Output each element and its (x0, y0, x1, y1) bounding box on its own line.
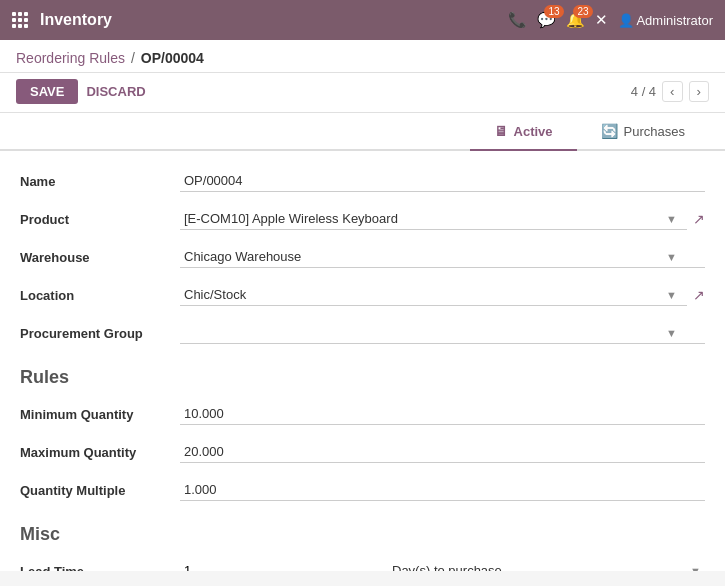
nav-icons: 📞 💬 13 🔔 23 ✕ 👤 Administrator (508, 11, 713, 29)
form-container: Name Product [E-COM10] Apple Wireless Ke… (0, 151, 725, 571)
qty-multiple-label: Quantity Multiple (20, 483, 180, 498)
location-label: Location (20, 288, 180, 303)
active-tab-label: Active (514, 124, 553, 139)
procurement-field: ▼ (180, 322, 705, 344)
product-label: Product (20, 212, 180, 227)
warehouse-label: Warehouse (20, 250, 180, 265)
product-field: [E-COM10] Apple Wireless Keyboard ▼ ↗ (180, 208, 705, 230)
pagination: 4 / 4 ‹ › (631, 81, 709, 102)
location-select[interactable]: Chic/Stock (180, 284, 687, 306)
toolbar: SAVE DISCARD 4 / 4 ‹ › (0, 73, 725, 113)
min-qty-row: Minimum Quantity (20, 400, 705, 428)
name-input[interactable] (180, 170, 705, 192)
name-label: Name (20, 174, 180, 189)
warehouse-row: Warehouse Chicago Warehouse ▼ (20, 243, 705, 271)
min-qty-input[interactable] (180, 403, 705, 425)
name-row: Name (20, 167, 705, 195)
min-qty-label: Minimum Quantity (20, 407, 180, 422)
purchases-tab-icon: 🔄 (601, 123, 618, 139)
lead-time-label: Lead Time (20, 564, 180, 572)
breadcrumb-current: OP/00004 (141, 50, 204, 66)
pagination-label: 4 / 4 (631, 84, 656, 99)
tab-active[interactable]: 🖥 Active (470, 113, 577, 151)
app-title: Inventory (40, 11, 508, 29)
settings-icon[interactable]: ✕ (595, 11, 608, 29)
procurement-label: Procurement Group (20, 326, 180, 341)
max-qty-field (180, 441, 705, 463)
next-button[interactable]: › (689, 81, 709, 102)
misc-section-title: Misc (20, 524, 705, 545)
activity-badge-container[interactable]: 🔔 23 (566, 11, 585, 29)
warehouse-select[interactable]: Chicago Warehouse (180, 246, 705, 268)
product-select[interactable]: [E-COM10] Apple Wireless Keyboard (180, 208, 687, 230)
location-external-link-icon[interactable]: ↗ (693, 287, 705, 303)
prev-button[interactable]: ‹ (662, 81, 682, 102)
purchases-tab-label: Purchases (624, 124, 685, 139)
save-button[interactable]: SAVE (16, 79, 78, 104)
rules-section-title: Rules (20, 367, 705, 388)
max-qty-row: Maximum Quantity (20, 438, 705, 466)
discard-button[interactable]: DISCARD (86, 84, 145, 99)
qty-multiple-field (180, 479, 705, 501)
breadcrumb: Reordering Rules / OP/00004 (0, 40, 725, 73)
procurement-select[interactable] (180, 322, 705, 344)
qty-multiple-input[interactable] (180, 479, 705, 501)
warehouse-field: Chicago Warehouse ▼ (180, 246, 705, 268)
tab-purchases[interactable]: 🔄 Purchases (577, 113, 709, 151)
min-qty-field (180, 403, 705, 425)
tabs-container: 🖥 Active 🔄 Purchases (0, 113, 725, 151)
location-field: Chic/Stock ▼ ↗ (180, 284, 705, 306)
breadcrumb-parent-link[interactable]: Reordering Rules (16, 50, 125, 66)
lead-time-row: Lead Time Day(s) to purchase ▼ (20, 557, 705, 571)
lead-time-unit-select[interactable]: Day(s) to purchase (388, 560, 705, 571)
grid-icon[interactable] (12, 12, 28, 28)
chat-badge-container[interactable]: 💬 13 (537, 11, 556, 29)
chat-badge: 13 (544, 5, 563, 18)
user-name: Administrator (636, 13, 713, 28)
qty-multiple-row: Quantity Multiple (20, 476, 705, 504)
breadcrumb-separator: / (131, 50, 135, 66)
procurement-row: Procurement Group ▼ (20, 319, 705, 347)
max-qty-input[interactable] (180, 441, 705, 463)
top-navigation: Inventory 📞 💬 13 🔔 23 ✕ 👤 Administrator (0, 0, 725, 40)
user-menu[interactable]: 👤 Administrator (618, 13, 713, 28)
product-external-link-icon[interactable]: ↗ (693, 211, 705, 227)
active-tab-icon: 🖥 (494, 123, 508, 139)
name-value (180, 170, 705, 192)
lead-time-input[interactable] (180, 560, 380, 571)
phone-icon[interactable]: 📞 (508, 11, 527, 29)
lead-time-field: Day(s) to purchase ▼ (180, 560, 705, 571)
location-row: Location Chic/Stock ▼ ↗ (20, 281, 705, 309)
max-qty-label: Maximum Quantity (20, 445, 180, 460)
product-row: Product [E-COM10] Apple Wireless Keyboar… (20, 205, 705, 233)
user-avatar-icon: 👤 (618, 13, 634, 28)
activity-badge: 23 (573, 5, 592, 18)
